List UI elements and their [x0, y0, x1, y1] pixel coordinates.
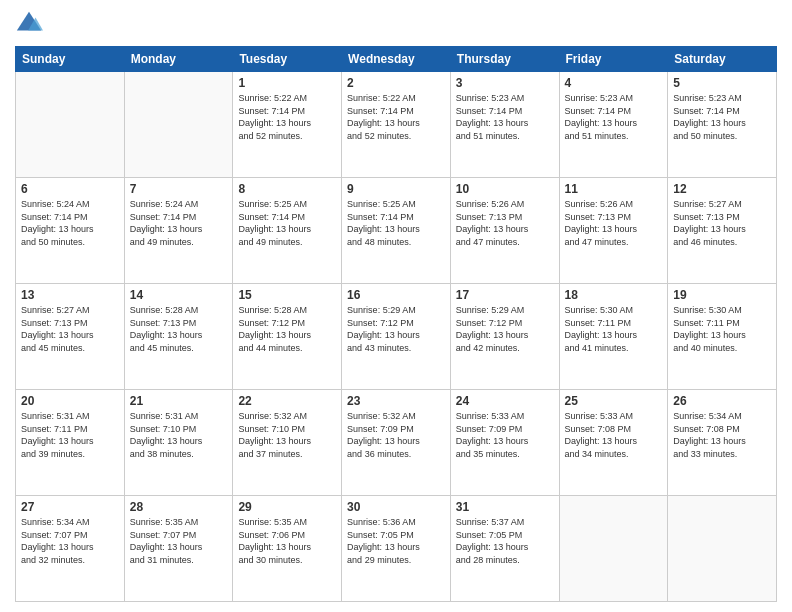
day-info: Sunrise: 5:23 AM Sunset: 7:14 PM Dayligh… [456, 92, 554, 142]
calendar-cell: 24Sunrise: 5:33 AM Sunset: 7:09 PM Dayli… [450, 390, 559, 496]
calendar-cell: 18Sunrise: 5:30 AM Sunset: 7:11 PM Dayli… [559, 284, 668, 390]
day-info: Sunrise: 5:32 AM Sunset: 7:09 PM Dayligh… [347, 410, 445, 460]
day-number: 23 [347, 394, 445, 408]
calendar-cell: 29Sunrise: 5:35 AM Sunset: 7:06 PM Dayli… [233, 496, 342, 602]
day-number: 2 [347, 76, 445, 90]
day-number: 29 [238, 500, 336, 514]
day-info: Sunrise: 5:25 AM Sunset: 7:14 PM Dayligh… [238, 198, 336, 248]
calendar-cell: 1Sunrise: 5:22 AM Sunset: 7:14 PM Daylig… [233, 72, 342, 178]
day-number: 20 [21, 394, 119, 408]
day-number: 1 [238, 76, 336, 90]
day-number: 4 [565, 76, 663, 90]
day-info: Sunrise: 5:30 AM Sunset: 7:11 PM Dayligh… [673, 304, 771, 354]
day-number: 28 [130, 500, 228, 514]
weekday-header-row: SundayMondayTuesdayWednesdayThursdayFrid… [16, 47, 777, 72]
day-info: Sunrise: 5:33 AM Sunset: 7:08 PM Dayligh… [565, 410, 663, 460]
weekday-header-sunday: Sunday [16, 47, 125, 72]
day-number: 17 [456, 288, 554, 302]
day-info: Sunrise: 5:33 AM Sunset: 7:09 PM Dayligh… [456, 410, 554, 460]
day-number: 19 [673, 288, 771, 302]
logo [15, 10, 47, 38]
weekday-header-thursday: Thursday [450, 47, 559, 72]
day-info: Sunrise: 5:31 AM Sunset: 7:10 PM Dayligh… [130, 410, 228, 460]
calendar-cell: 7Sunrise: 5:24 AM Sunset: 7:14 PM Daylig… [124, 178, 233, 284]
day-info: Sunrise: 5:24 AM Sunset: 7:14 PM Dayligh… [130, 198, 228, 248]
day-number: 13 [21, 288, 119, 302]
day-number: 26 [673, 394, 771, 408]
calendar-cell: 6Sunrise: 5:24 AM Sunset: 7:14 PM Daylig… [16, 178, 125, 284]
calendar-cell: 15Sunrise: 5:28 AM Sunset: 7:12 PM Dayli… [233, 284, 342, 390]
calendar-table: SundayMondayTuesdayWednesdayThursdayFrid… [15, 46, 777, 602]
calendar-cell: 2Sunrise: 5:22 AM Sunset: 7:14 PM Daylig… [342, 72, 451, 178]
day-number: 7 [130, 182, 228, 196]
calendar-cell: 20Sunrise: 5:31 AM Sunset: 7:11 PM Dayli… [16, 390, 125, 496]
day-number: 8 [238, 182, 336, 196]
day-info: Sunrise: 5:35 AM Sunset: 7:06 PM Dayligh… [238, 516, 336, 566]
day-info: Sunrise: 5:37 AM Sunset: 7:05 PM Dayligh… [456, 516, 554, 566]
calendar-week-2: 6Sunrise: 5:24 AM Sunset: 7:14 PM Daylig… [16, 178, 777, 284]
calendar-cell: 21Sunrise: 5:31 AM Sunset: 7:10 PM Dayli… [124, 390, 233, 496]
calendar-cell: 9Sunrise: 5:25 AM Sunset: 7:14 PM Daylig… [342, 178, 451, 284]
weekday-header-tuesday: Tuesday [233, 47, 342, 72]
day-info: Sunrise: 5:29 AM Sunset: 7:12 PM Dayligh… [347, 304, 445, 354]
day-info: Sunrise: 5:31 AM Sunset: 7:11 PM Dayligh… [21, 410, 119, 460]
day-number: 18 [565, 288, 663, 302]
day-info: Sunrise: 5:27 AM Sunset: 7:13 PM Dayligh… [21, 304, 119, 354]
calendar-cell: 16Sunrise: 5:29 AM Sunset: 7:12 PM Dayli… [342, 284, 451, 390]
weekday-header-monday: Monday [124, 47, 233, 72]
day-info: Sunrise: 5:29 AM Sunset: 7:12 PM Dayligh… [456, 304, 554, 354]
day-number: 30 [347, 500, 445, 514]
day-info: Sunrise: 5:25 AM Sunset: 7:14 PM Dayligh… [347, 198, 445, 248]
calendar-cell: 3Sunrise: 5:23 AM Sunset: 7:14 PM Daylig… [450, 72, 559, 178]
calendar-cell: 25Sunrise: 5:33 AM Sunset: 7:08 PM Dayli… [559, 390, 668, 496]
header [15, 10, 777, 38]
day-info: Sunrise: 5:28 AM Sunset: 7:13 PM Dayligh… [130, 304, 228, 354]
day-number: 10 [456, 182, 554, 196]
day-number: 12 [673, 182, 771, 196]
day-info: Sunrise: 5:24 AM Sunset: 7:14 PM Dayligh… [21, 198, 119, 248]
calendar-cell: 13Sunrise: 5:27 AM Sunset: 7:13 PM Dayli… [16, 284, 125, 390]
calendar-cell: 4Sunrise: 5:23 AM Sunset: 7:14 PM Daylig… [559, 72, 668, 178]
calendar-week-3: 13Sunrise: 5:27 AM Sunset: 7:13 PM Dayli… [16, 284, 777, 390]
day-info: Sunrise: 5:26 AM Sunset: 7:13 PM Dayligh… [456, 198, 554, 248]
calendar-cell: 31Sunrise: 5:37 AM Sunset: 7:05 PM Dayli… [450, 496, 559, 602]
day-number: 21 [130, 394, 228, 408]
day-number: 6 [21, 182, 119, 196]
day-info: Sunrise: 5:30 AM Sunset: 7:11 PM Dayligh… [565, 304, 663, 354]
day-number: 11 [565, 182, 663, 196]
calendar-cell: 23Sunrise: 5:32 AM Sunset: 7:09 PM Dayli… [342, 390, 451, 496]
day-number: 14 [130, 288, 228, 302]
logo-icon [15, 10, 43, 38]
day-info: Sunrise: 5:36 AM Sunset: 7:05 PM Dayligh… [347, 516, 445, 566]
calendar-cell [668, 496, 777, 602]
day-info: Sunrise: 5:22 AM Sunset: 7:14 PM Dayligh… [238, 92, 336, 142]
calendar-cell: 19Sunrise: 5:30 AM Sunset: 7:11 PM Dayli… [668, 284, 777, 390]
calendar-cell: 8Sunrise: 5:25 AM Sunset: 7:14 PM Daylig… [233, 178, 342, 284]
day-number: 16 [347, 288, 445, 302]
weekday-header-friday: Friday [559, 47, 668, 72]
day-number: 5 [673, 76, 771, 90]
calendar-week-5: 27Sunrise: 5:34 AM Sunset: 7:07 PM Dayli… [16, 496, 777, 602]
calendar-cell: 26Sunrise: 5:34 AM Sunset: 7:08 PM Dayli… [668, 390, 777, 496]
calendar-week-1: 1Sunrise: 5:22 AM Sunset: 7:14 PM Daylig… [16, 72, 777, 178]
day-info: Sunrise: 5:22 AM Sunset: 7:14 PM Dayligh… [347, 92, 445, 142]
day-number: 31 [456, 500, 554, 514]
weekday-header-saturday: Saturday [668, 47, 777, 72]
calendar-cell: 14Sunrise: 5:28 AM Sunset: 7:13 PM Dayli… [124, 284, 233, 390]
calendar-cell: 5Sunrise: 5:23 AM Sunset: 7:14 PM Daylig… [668, 72, 777, 178]
day-info: Sunrise: 5:32 AM Sunset: 7:10 PM Dayligh… [238, 410, 336, 460]
calendar-cell: 17Sunrise: 5:29 AM Sunset: 7:12 PM Dayli… [450, 284, 559, 390]
calendar-cell: 10Sunrise: 5:26 AM Sunset: 7:13 PM Dayli… [450, 178, 559, 284]
calendar-cell [559, 496, 668, 602]
day-number: 15 [238, 288, 336, 302]
day-number: 24 [456, 394, 554, 408]
calendar-week-4: 20Sunrise: 5:31 AM Sunset: 7:11 PM Dayli… [16, 390, 777, 496]
calendar-cell [16, 72, 125, 178]
day-info: Sunrise: 5:34 AM Sunset: 7:07 PM Dayligh… [21, 516, 119, 566]
day-info: Sunrise: 5:27 AM Sunset: 7:13 PM Dayligh… [673, 198, 771, 248]
day-number: 22 [238, 394, 336, 408]
calendar-cell: 12Sunrise: 5:27 AM Sunset: 7:13 PM Dayli… [668, 178, 777, 284]
calendar-cell: 27Sunrise: 5:34 AM Sunset: 7:07 PM Dayli… [16, 496, 125, 602]
day-info: Sunrise: 5:35 AM Sunset: 7:07 PM Dayligh… [130, 516, 228, 566]
page: SundayMondayTuesdayWednesdayThursdayFrid… [0, 0, 792, 612]
